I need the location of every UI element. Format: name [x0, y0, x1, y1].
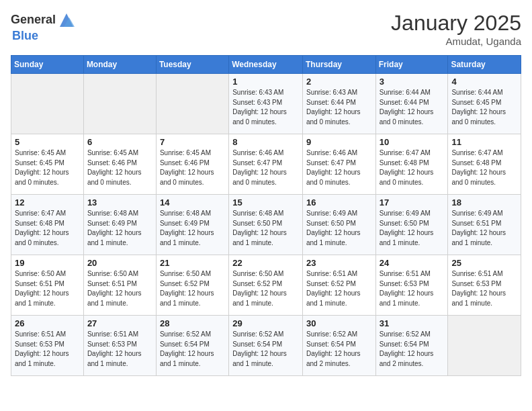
calendar-cell: 28Sunrise: 6:52 AM Sunset: 6:54 PM Dayli… [156, 316, 228, 376]
calendar-cell: 12Sunrise: 6:47 AM Sunset: 6:48 PM Dayli… [11, 195, 84, 255]
day-info: Sunrise: 6:51 AM Sunset: 6:53 PM Dayligh… [87, 330, 152, 369]
day-number: 23 [306, 258, 372, 268]
calendar-cell: 7Sunrise: 6:45 AM Sunset: 6:46 PM Daylig… [156, 134, 228, 195]
calendar-cell: 17Sunrise: 6:49 AM Sunset: 6:50 PM Dayli… [375, 195, 448, 255]
day-info: Sunrise: 6:46 AM Sunset: 6:47 PM Dayligh… [232, 148, 299, 187]
day-info: Sunrise: 6:49 AM Sunset: 6:50 PM Dayligh… [306, 209, 372, 248]
day-info: Sunrise: 6:48 AM Sunset: 6:49 PM Dayligh… [160, 209, 225, 248]
calendar-cell: 22Sunrise: 6:50 AM Sunset: 6:52 PM Dayli… [229, 255, 303, 316]
calendar-table: SundayMondayTuesdayWednesdayThursdayFrid… [11, 55, 521, 376]
logo-icon [57, 11, 76, 30]
day-info: Sunrise: 6:52 AM Sunset: 6:54 PM Dayligh… [160, 330, 225, 369]
calendar-cell: 14Sunrise: 6:48 AM Sunset: 6:49 PM Dayli… [156, 195, 228, 255]
calendar-cell: 20Sunrise: 6:50 AM Sunset: 6:51 PM Dayli… [83, 255, 156, 316]
calendar-cell: 10Sunrise: 6:47 AM Sunset: 6:48 PM Dayli… [375, 134, 448, 195]
day-info: Sunrise: 6:43 AM Sunset: 6:43 PM Dayligh… [232, 88, 299, 127]
day-info: Sunrise: 6:51 AM Sunset: 6:53 PM Dayligh… [380, 269, 445, 308]
day-number: 8 [232, 137, 299, 147]
day-number: 9 [306, 137, 372, 147]
calendar-cell: 16Sunrise: 6:49 AM Sunset: 6:50 PM Dayli… [302, 195, 375, 255]
day-of-week-header: Sunday [11, 56, 84, 74]
day-number: 3 [380, 77, 445, 87]
calendar-cell: 19Sunrise: 6:50 AM Sunset: 6:51 PM Dayli… [11, 255, 84, 316]
day-number: 6 [87, 137, 152, 147]
calendar-cell: 30Sunrise: 6:52 AM Sunset: 6:54 PM Dayli… [302, 316, 375, 376]
day-number: 17 [380, 197, 445, 208]
day-number: 29 [232, 318, 299, 328]
calendar-cell: 26Sunrise: 6:51 AM Sunset: 6:53 PM Dayli… [11, 316, 84, 376]
day-of-week-header: Saturday [448, 56, 521, 74]
day-info: Sunrise: 6:45 AM Sunset: 6:46 PM Dayligh… [160, 148, 225, 187]
day-info: Sunrise: 6:48 AM Sunset: 6:49 PM Dayligh… [87, 209, 152, 248]
calendar-week-row: 12Sunrise: 6:47 AM Sunset: 6:48 PM Dayli… [11, 195, 521, 255]
calendar-header-row: SundayMondayTuesdayWednesdayThursdayFrid… [11, 56, 521, 74]
calendar-cell: 15Sunrise: 6:48 AM Sunset: 6:50 PM Dayli… [229, 195, 303, 255]
calendar-cell: 24Sunrise: 6:51 AM Sunset: 6:53 PM Dayli… [375, 255, 448, 316]
calendar-cell: 18Sunrise: 6:49 AM Sunset: 6:51 PM Dayli… [448, 195, 521, 255]
calendar-cell [156, 74, 228, 134]
day-number: 16 [306, 197, 372, 208]
calendar-week-row: 1Sunrise: 6:43 AM Sunset: 6:43 PM Daylig… [11, 74, 521, 134]
day-number: 13 [87, 197, 152, 208]
calendar-cell: 4Sunrise: 6:44 AM Sunset: 6:45 PM Daylig… [448, 74, 521, 134]
calendar-cell: 2Sunrise: 6:43 AM Sunset: 6:44 PM Daylig… [302, 74, 375, 134]
calendar-cell: 31Sunrise: 6:52 AM Sunset: 6:54 PM Dayli… [375, 316, 448, 376]
day-number: 25 [451, 258, 517, 268]
day-info: Sunrise: 6:49 AM Sunset: 6:51 PM Dayligh… [451, 209, 517, 248]
calendar-cell: 29Sunrise: 6:52 AM Sunset: 6:54 PM Dayli… [229, 316, 303, 376]
logo: General Blue [11, 11, 76, 43]
day-info: Sunrise: 6:50 AM Sunset: 6:51 PM Dayligh… [87, 269, 152, 308]
calendar-cell: 9Sunrise: 6:46 AM Sunset: 6:47 PM Daylig… [302, 134, 375, 195]
day-number: 4 [451, 77, 517, 87]
location-title: Amudat, Uganda [391, 36, 521, 47]
day-number: 27 [87, 318, 152, 328]
day-number: 2 [306, 77, 372, 87]
day-info: Sunrise: 6:50 AM Sunset: 6:52 PM Dayligh… [160, 269, 225, 308]
day-info: Sunrise: 6:45 AM Sunset: 6:45 PM Dayligh… [15, 148, 80, 187]
day-number: 12 [15, 197, 80, 208]
day-info: Sunrise: 6:51 AM Sunset: 6:53 PM Dayligh… [15, 330, 80, 369]
day-number: 1 [232, 77, 299, 87]
day-number: 21 [160, 258, 225, 268]
day-info: Sunrise: 6:47 AM Sunset: 6:48 PM Dayligh… [451, 148, 517, 187]
day-number: 30 [306, 318, 372, 328]
day-info: Sunrise: 6:44 AM Sunset: 6:44 PM Dayligh… [380, 88, 445, 127]
day-number: 14 [160, 197, 225, 208]
day-info: Sunrise: 6:48 AM Sunset: 6:50 PM Dayligh… [232, 209, 299, 248]
day-number: 7 [160, 137, 225, 147]
calendar-cell: 11Sunrise: 6:47 AM Sunset: 6:48 PM Dayli… [448, 134, 521, 195]
month-title: January 2025 [391, 11, 521, 36]
day-info: Sunrise: 6:47 AM Sunset: 6:48 PM Dayligh… [380, 148, 445, 187]
calendar-cell: 23Sunrise: 6:51 AM Sunset: 6:52 PM Dayli… [302, 255, 375, 316]
day-info: Sunrise: 6:52 AM Sunset: 6:54 PM Dayligh… [380, 330, 445, 369]
day-number: 19 [15, 258, 80, 268]
day-info: Sunrise: 6:52 AM Sunset: 6:54 PM Dayligh… [232, 330, 299, 369]
day-number: 18 [451, 197, 517, 208]
calendar-week-row: 19Sunrise: 6:50 AM Sunset: 6:51 PM Dayli… [11, 255, 521, 316]
day-number: 5 [15, 137, 80, 147]
calendar-week-row: 5Sunrise: 6:45 AM Sunset: 6:45 PM Daylig… [11, 134, 521, 195]
calendar-cell: 27Sunrise: 6:51 AM Sunset: 6:53 PM Dayli… [83, 316, 156, 376]
logo-general-text: General [11, 13, 56, 27]
day-number: 24 [380, 258, 445, 268]
calendar-cell: 8Sunrise: 6:46 AM Sunset: 6:47 PM Daylig… [229, 134, 303, 195]
calendar-cell: 25Sunrise: 6:51 AM Sunset: 6:53 PM Dayli… [448, 255, 521, 316]
day-info: Sunrise: 6:49 AM Sunset: 6:50 PM Dayligh… [380, 209, 445, 248]
day-info: Sunrise: 6:46 AM Sunset: 6:47 PM Dayligh… [306, 148, 372, 187]
calendar-cell [11, 74, 84, 134]
calendar-cell: 1Sunrise: 6:43 AM Sunset: 6:43 PM Daylig… [229, 74, 303, 134]
day-info: Sunrise: 6:51 AM Sunset: 6:53 PM Dayligh… [451, 269, 517, 308]
day-number: 20 [87, 258, 152, 268]
day-of-week-header: Friday [375, 56, 448, 74]
day-of-week-header: Tuesday [156, 56, 228, 74]
day-info: Sunrise: 6:50 AM Sunset: 6:52 PM Dayligh… [232, 269, 299, 308]
calendar-week-row: 26Sunrise: 6:51 AM Sunset: 6:53 PM Dayli… [11, 316, 521, 376]
calendar-cell: 13Sunrise: 6:48 AM Sunset: 6:49 PM Dayli… [83, 195, 156, 255]
day-number: 22 [232, 258, 299, 268]
day-number: 10 [380, 137, 445, 147]
day-number: 26 [15, 318, 80, 328]
calendar-cell: 5Sunrise: 6:45 AM Sunset: 6:45 PM Daylig… [11, 134, 84, 195]
day-number: 15 [232, 197, 299, 208]
day-info: Sunrise: 6:45 AM Sunset: 6:46 PM Dayligh… [87, 148, 152, 187]
day-info: Sunrise: 6:47 AM Sunset: 6:48 PM Dayligh… [15, 209, 80, 248]
